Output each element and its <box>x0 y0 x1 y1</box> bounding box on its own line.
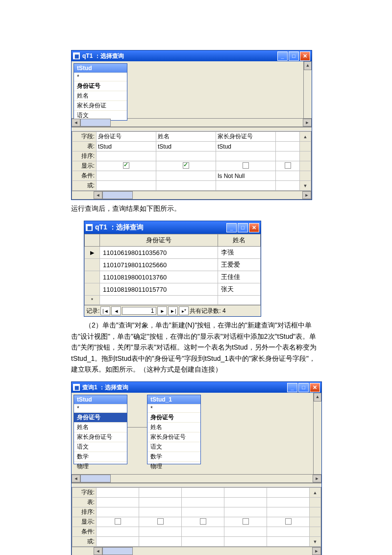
window-title: 查询1 ：选择查询 <box>82 383 286 392</box>
record-number-input[interactable]: 1 <box>122 307 156 315</box>
window-icon: ▦ <box>73 384 80 391</box>
maximize-button[interactable]: □ <box>289 51 299 61</box>
titlebar[interactable]: ▦ qT1 ：选择查询 _ □ ✕ <box>72 50 312 61</box>
design-grid[interactable]: 字段:身份证号姓名家长身份证号▲ 表:tStudtStudtStud 排序: 显… <box>72 131 312 200</box>
result-table: 身份证号姓名 ▶110106198011035670李强 11010719801… <box>84 234 261 305</box>
next-record-button[interactable]: ► <box>157 306 167 315</box>
show-checkbox[interactable] <box>97 517 139 527</box>
show-checkbox[interactable] <box>97 161 156 171</box>
cell[interactable]: 110107198011025660 <box>100 259 218 271</box>
cell[interactable]: 张天 <box>218 283 260 296</box>
minimize-button[interactable]: _ <box>226 223 237 232</box>
table-name: tStud <box>74 64 127 73</box>
row-label: 字段: <box>73 132 97 142</box>
row-label: 排序: <box>73 151 97 161</box>
cell[interactable]: 王佳佳 <box>218 271 260 283</box>
first-record-button[interactable]: |◄ <box>100 306 110 315</box>
window-title: qT1 ：选择查询 <box>82 52 276 60</box>
field-row[interactable]: 姓名 <box>74 91 127 101</box>
row-label: 条件: <box>73 171 97 181</box>
pane-splitter[interactable] <box>72 126 312 131</box>
cell[interactable]: 110108198011015770 <box>100 283 218 296</box>
scroll-up-icon[interactable]: ▲ <box>310 488 321 498</box>
titlebar[interactable]: ▦ 查询1 ：选择查询 _ □ ✕ <box>72 382 321 393</box>
field-cell[interactable]: 姓名 <box>156 132 216 142</box>
record-count: 共有记录数: 4 <box>190 307 225 315</box>
grid-horizontal-scrollbar[interactable]: ◄► <box>72 547 321 555</box>
query-design-window-1: ▦ qT1 ：选择查询 _ □ ✕ tStud * 身份证号 姓名 家长身份证 … <box>71 50 312 200</box>
relationship-pane[interactable]: tStud *身份证号姓名家长身份证号语文数学物理 tStud_1 *身份证号姓… <box>72 393 313 474</box>
scroll-up-icon[interactable]: ▲ <box>300 132 311 142</box>
show-checkbox[interactable] <box>156 161 216 171</box>
horizontal-scrollbar[interactable]: ◄► <box>72 474 321 482</box>
window-title: qT1 ：选择查询 <box>95 223 225 232</box>
selected-field[interactable]: 身份证号 <box>74 412 127 422</box>
field-cell[interactable] <box>276 132 300 142</box>
close-button[interactable]: ✕ <box>300 51 310 61</box>
current-row-icon[interactable]: ▶ <box>85 247 100 259</box>
body-text: （2）单击"查询"对象，单击"新建(N)"按钮，在弹出的"新建查询"对话框中单击… <box>71 320 321 375</box>
vertical-scrollbar[interactable]: ▲ <box>313 393 321 474</box>
record-navigator: 记录: |◄ ◄ 1 ► ►| ▸* 共有记录数: 4 <box>84 305 261 316</box>
query-design-window-2: ▦ 查询1 ：选择查询 _ □ ✕ tStud *身份证号姓名家长身份证号语文数… <box>71 381 322 555</box>
close-button[interactable]: ✕ <box>249 223 259 232</box>
cell[interactable]: 王爱爱 <box>218 259 260 271</box>
row-label: 显示: <box>73 161 97 171</box>
table-box-tstud1[interactable]: tStud_1 *身份证号姓名家长身份证号语文数学物理 <box>147 395 201 464</box>
row-selector-header <box>85 234 100 247</box>
last-record-button[interactable]: ►| <box>168 306 178 315</box>
column-header[interactable]: 身份证号 <box>100 234 218 247</box>
cell[interactable]: 110106198011035670 <box>100 247 218 259</box>
vertical-scrollbar[interactable]: ▲ <box>303 61 312 118</box>
scroll-down-icon[interactable]: ▼ <box>310 537 321 547</box>
table-cell[interactable]: tStud <box>216 142 276 151</box>
window-icon: ▦ <box>86 224 93 231</box>
table-cell[interactable]: tStud <box>97 142 156 151</box>
field-row[interactable]: 家长身份证 <box>74 101 127 110</box>
new-row-icon[interactable]: * <box>85 296 100 305</box>
maximize-button[interactable]: □ <box>298 383 309 392</box>
close-button[interactable]: ✕ <box>310 383 320 392</box>
row-label: 或: <box>73 181 97 191</box>
window-icon: ▦ <box>73 52 80 59</box>
table-box-tstud[interactable]: tStud * 身份证号 姓名 家长身份证 语文 <box>74 63 127 121</box>
new-record-button[interactable]: ▸* <box>179 306 189 315</box>
criteria-cell[interactable]: Is Not Null <box>216 171 276 181</box>
grid-horizontal-scrollbar[interactable]: ◄► <box>72 191 311 199</box>
table-box-tstud[interactable]: tStud *身份证号姓名家长身份证号语文数学物理 <box>74 395 127 464</box>
pane-splitter[interactable] <box>72 482 321 487</box>
field-row[interactable]: * <box>74 73 127 81</box>
titlebar[interactable]: ▦ qT1 ：选择查询 _ □ ✕ <box>84 221 261 234</box>
minimize-button[interactable]: _ <box>277 51 288 61</box>
table-name: tStud_1 <box>147 395 200 404</box>
field-row[interactable]: 身份证号 <box>74 81 127 91</box>
minimize-button[interactable]: _ <box>287 383 297 392</box>
maximize-button[interactable]: □ <box>238 223 248 232</box>
relationship-pane[interactable]: tStud * 身份证号 姓名 家长身份证 语文 <box>72 61 303 118</box>
field-cell[interactable]: 家长身份证号 <box>216 132 276 142</box>
show-checkbox[interactable] <box>276 161 300 171</box>
show-checkbox[interactable] <box>216 161 276 171</box>
join-line[interactable] <box>127 427 147 437</box>
scroll-down-icon[interactable]: ▼ <box>300 181 311 191</box>
design-grid[interactable]: 字段:▲ 表: 排序: 显示: 条件: 或:▼ ◄► <box>72 487 321 555</box>
record-label: 记录: <box>86 307 99 315</box>
column-header[interactable]: 姓名 <box>218 234 260 247</box>
caption-text: 运行查询后，查询结果如下图所示。 <box>71 203 321 214</box>
cell[interactable]: 李强 <box>218 247 260 259</box>
cell[interactable]: 110108198001013760 <box>100 271 218 283</box>
table-cell[interactable]: tStud <box>156 142 216 151</box>
horizontal-scrollbar[interactable]: ◄► <box>72 118 312 126</box>
field-cell[interactable]: 身份证号 <box>97 132 156 142</box>
query-result-window: ▦ qT1 ：选择查询 _ □ ✕ 身份证号姓名 ▶11010619801103… <box>84 221 261 317</box>
row-label: 表: <box>73 142 97 151</box>
prev-record-button[interactable]: ◄ <box>111 306 121 315</box>
table-name: tStud <box>74 395 127 404</box>
